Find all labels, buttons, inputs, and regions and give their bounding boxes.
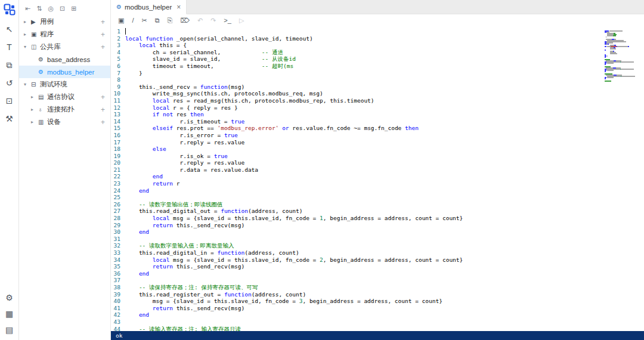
code-line[interactable]: 39 this.read_register_out = function(add… [111, 291, 644, 298]
add-button[interactable]: + [95, 118, 110, 126]
pointer-tool-icon[interactable]: ↖ [4, 25, 15, 33]
code-line[interactable]: 37 [111, 277, 644, 284]
code-line[interactable]: 33 this.read_digital_in = function(addre… [111, 249, 644, 256]
tree-item-modbus-helper[interactable]: ⚙modbus_helper [19, 66, 110, 78]
manual-book-icon[interactable]: ▤ [4, 326, 15, 334]
add-button[interactable]: + [95, 43, 110, 51]
code-line[interactable]: 44 -- 读输入寄存器；注: 输入寄存器只读 [111, 326, 644, 331]
tree-item-test-environment[interactable]: ▾⊟测试环境 [19, 78, 110, 91]
chevron-down-icon[interactable]: ▾ [24, 82, 31, 87]
undo-icon[interactable]: ↶ [197, 17, 203, 24]
sort-icon[interactable]: ⇅ [36, 5, 42, 12]
comment-slash-icon[interactable]: / [132, 17, 134, 24]
code-line[interactable]: 23 return r [111, 180, 644, 187]
code-line[interactable]: 4 ch = serial_channel, -- 通道 [111, 49, 644, 56]
minimap[interactable] [605, 29, 638, 82]
code-line[interactable]: 28 local msg = {slave_id = this.slave_id… [111, 215, 644, 222]
code-line[interactable]: 43 [111, 319, 644, 326]
code-line[interactable]: 38 -- 读保持寄存器；注: 保持寄存器可读、可写 [111, 284, 644, 291]
tree-item-common-library[interactable]: ▾◫公共库+ [19, 41, 110, 53]
topology-icon: ♁ [38, 106, 47, 113]
code-line[interactable]: 11 local res = read_msg(this.ch, protoco… [111, 97, 644, 104]
cut-icon[interactable]: ✂ [141, 17, 147, 24]
chevron-right-icon[interactable]: ▸ [31, 94, 38, 100]
code-line[interactable]: 34 local msg = {slave_id = this.slave_id… [111, 256, 644, 264]
terminal-icon[interactable]: >_ [224, 17, 231, 24]
copy-icon[interactable]: ⧉ [155, 17, 160, 24]
windows-icon[interactable]: ⧉ [4, 61, 15, 69]
save-icon[interactable]: ▣ [118, 17, 124, 24]
tree-item-comm-protocols[interactable]: ▸▤通信协议+ [19, 91, 110, 103]
code-line[interactable]: 36 end [111, 270, 644, 277]
paste-icon[interactable]: ⎘ [168, 17, 173, 24]
code-line[interactable]: 7 } [111, 70, 644, 77]
tree-item-devices[interactable]: ▸▥设备+ [19, 116, 110, 128]
tree-item-connection-topology[interactable]: ▸♁连接拓扑+ [19, 103, 110, 116]
code-line[interactable]: 2local function _open(serial_channel, sl… [111, 35, 644, 42]
code-line[interactable]: 24 end [111, 187, 644, 194]
code-line[interactable]: 9 this._send_recv = function(msg) [111, 84, 644, 91]
tools-icon[interactable]: ⚒ [4, 115, 15, 123]
code-line[interactable]: 42 end [111, 311, 644, 319]
add-button[interactable]: + [95, 106, 110, 114]
run-icon[interactable]: ▷ [239, 17, 244, 24]
chevron-down-icon[interactable]: ▾ [24, 44, 31, 50]
tree-item-base-address[interactable]: ⚙base_address [19, 53, 110, 66]
folder-icon[interactable]: ⊡ [60, 5, 65, 12]
code-line[interactable]: 41 return this._send_recv(msg) [111, 305, 644, 312]
code-line[interactable]: 29 return this._send_recv(msg) [111, 222, 644, 229]
app-logo-icon[interactable] [4, 4, 16, 16]
add-button[interactable]: + [95, 93, 110, 101]
code-text: if not res then [125, 111, 204, 118]
chevron-right-icon[interactable]: ▸ [24, 32, 31, 37]
code-line[interactable]: 10 write_msg_sync(this.ch, protocols.mod… [111, 90, 644, 97]
code-line[interactable]: 1 [111, 28, 644, 35]
code-line[interactable]: 18 else [111, 146, 644, 153]
tab-modbus-helper[interactable]: ⚙ modbus_helper × [111, 0, 187, 14]
add-button[interactable]: + [95, 30, 110, 39]
code-line[interactable]: 40 msg = {slave_id = this.slave_id, fn_c… [111, 298, 644, 305]
code-line[interactable]: 22 end [111, 173, 644, 180]
code-line[interactable]: 19 r.is_ok = true [111, 153, 644, 160]
add-new-icon[interactable]: ⊞ [71, 5, 76, 12]
add-button[interactable]: + [95, 18, 110, 26]
text-tool-icon[interactable]: T [4, 43, 15, 51]
code-line[interactable]: 35 return this._send_recv(msg) [111, 263, 644, 270]
chevron-right-icon[interactable]: ▸ [31, 107, 38, 112]
code-line[interactable]: 8 [111, 76, 644, 84]
code-line[interactable]: 26 -- 读数字量输出值；即读线圈值 [111, 201, 644, 208]
tree-item-cases[interactable]: ▸▶用例+ [19, 16, 110, 28]
code-line[interactable]: 14 r.is_timeout = true [111, 118, 644, 125]
code-line[interactable]: 3 local this = { [111, 42, 644, 49]
code-line[interactable]: 21 r.data = res.value.data [111, 166, 644, 174]
code-line[interactable]: 27 this.read_digital_out = function(addr… [111, 208, 644, 215]
chevron-right-icon[interactable]: ▸ [24, 19, 31, 24]
code-line[interactable]: 20 r.reply = res.value [111, 159, 644, 166]
code-content: 12local function _open(serial_channel, s… [111, 27, 644, 331]
close-icon[interactable]: × [177, 3, 181, 11]
code-line[interactable]: 13 if not res then [111, 111, 644, 118]
code-line[interactable]: 32 -- 读取数字量输入值；即离散量输入 [111, 242, 644, 249]
tab-label: modbus_helper [125, 4, 172, 11]
code-line[interactable]: 12 local r = { reply = res } [111, 104, 644, 112]
code-editor[interactable]: 12local function _open(serial_channel, s… [111, 27, 644, 331]
code-line[interactable]: 25 [111, 194, 644, 201]
tree-item-programs[interactable]: ▸▣程序+ [19, 28, 110, 41]
code-line[interactable]: 5 slave_id = slave_id, -- 从设备id [111, 55, 644, 63]
code-line[interactable]: 31 [111, 236, 644, 243]
text-cursor [125, 28, 126, 35]
chevron-right-icon[interactable]: ▸ [31, 119, 38, 125]
redo-icon[interactable]: ↷ [210, 17, 216, 24]
delete-icon[interactable]: ⌦ [180, 17, 190, 24]
monitor-edit-icon[interactable]: ⊡ [4, 97, 15, 105]
code-line[interactable]: 16 r.is_error = true [111, 132, 644, 139]
locate-icon[interactable]: ◎ [48, 5, 54, 12]
code-line[interactable]: 6 timeout = timeout, -- 超时(ms [111, 63, 644, 70]
settings-gear-icon[interactable]: ⚙ [4, 293, 15, 302]
apps-grid-icon[interactable]: ▦ [4, 310, 15, 318]
code-line[interactable]: 17 r.reply = res.value [111, 139, 644, 146]
collapse-all-icon[interactable]: ⇤ [25, 5, 30, 12]
code-line[interactable]: 30 end [111, 228, 644, 236]
code-line[interactable]: 15 elseif res.prot == 'modbus_rep.error'… [111, 125, 644, 132]
history-icon[interactable]: ↺ [4, 79, 15, 87]
